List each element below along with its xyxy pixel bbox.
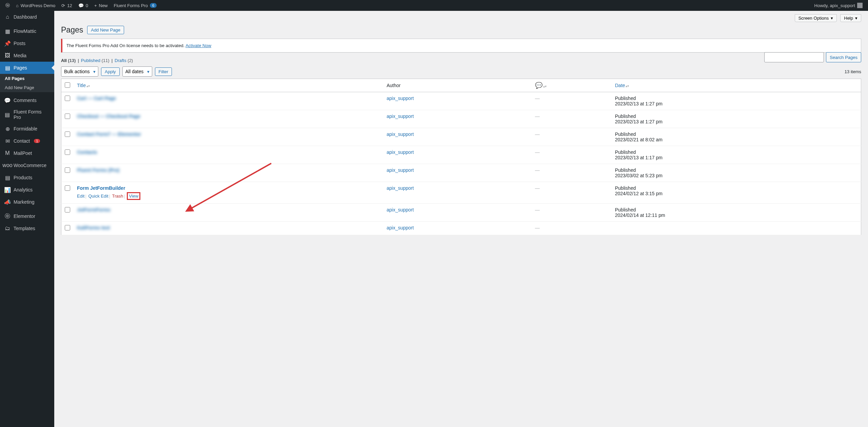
author-link[interactable]: apix_support [387, 207, 414, 212]
apply-button[interactable]: Apply [101, 67, 120, 76]
submenu-item-add-new-page[interactable]: Add New Page [0, 83, 54, 92]
license-notice: The Fluent Forms Pro Add On license need… [61, 39, 861, 53]
add-new-page-button[interactable]: Add New Page [87, 26, 124, 34]
date-value: 2024/02/14 at 12:11 pm [615, 212, 665, 218]
page-title-link[interactable]: Fluent Forms (Pro) [77, 167, 119, 173]
sidebar-item-elementor[interactable]: ⓔElementor [0, 210, 54, 222]
comments-value: — [535, 167, 540, 173]
filter-drafts[interactable]: Drafts (2) [115, 58, 133, 63]
page-title-link[interactable]: Contacts [77, 149, 97, 155]
search-input[interactable] [764, 52, 824, 62]
avatar [857, 3, 863, 8]
new-content-link[interactable]: +New [92, 0, 111, 11]
row-checkbox[interactable] [65, 225, 70, 230]
date-status: Published [615, 167, 857, 173]
row-checkbox[interactable] [65, 96, 70, 101]
author-link[interactable]: apix_support [387, 225, 414, 230]
menu-icon: ⓔ [4, 213, 11, 220]
sidebar-item-label: Formidable [14, 126, 37, 131]
sidebar-item-pages[interactable]: ▤Pages [0, 62, 54, 74]
author-link[interactable]: apix_support [387, 131, 414, 137]
author-link[interactable]: apix_support [387, 185, 414, 191]
row-checkbox[interactable] [65, 207, 70, 212]
comments-count: 0 [86, 3, 88, 8]
view-link[interactable]: View [129, 194, 138, 199]
sidebar-item-fluent-forms-pro[interactable]: ▤Fluent Forms Pro [0, 106, 54, 123]
quick-edit-link[interactable]: Quick Edit [88, 194, 108, 199]
filter-published[interactable]: Published (11) [81, 58, 110, 63]
row-checkbox[interactable] [65, 149, 70, 155]
fluent-forms-link[interactable]: Fluent Forms Pro6 [111, 0, 160, 11]
column-date[interactable]: Date▴▾ [612, 79, 861, 92]
table-row: KaliForms test apix_support — [61, 222, 861, 235]
pages-table: Title▴▾ Author 💬▴▾ Date▴▾ Cart — Cart Pa… [61, 79, 861, 235]
bulk-actions-select[interactable]: Bulk actions [61, 66, 98, 77]
screen-options-button[interactable]: Screen Options▾ [795, 14, 837, 22]
sidebar-item-comments[interactable]: 💬Comments [0, 94, 54, 106]
fluent-badge: 6 [150, 3, 157, 8]
comments-value: — [535, 185, 540, 191]
table-row: JotFormForms apix_support — Published202… [61, 204, 861, 222]
date-value: 2023/03/02 at 5:23 pm [615, 173, 663, 178]
wp-logo[interactable]: ⓦ [3, 0, 13, 11]
sidebar-item-label: WooCommerce [14, 163, 46, 168]
activate-now-link[interactable]: Activate Now [185, 43, 211, 48]
date-status: Published [615, 207, 857, 212]
date-value: 2023/02/13 at 1:27 pm [615, 101, 663, 106]
sidebar-item-woocommerce[interactable]: wooWooCommerce [0, 159, 54, 171]
trash-link[interactable]: Trash [112, 194, 123, 199]
page-title-link[interactable]: Checkout — Checkout Page [77, 114, 140, 119]
filter-button[interactable]: Filter [155, 67, 172, 76]
page-title-link[interactable]: Contact Form7 — Elementor [77, 131, 141, 137]
sidebar-item-label: Comments [14, 98, 37, 103]
site-name-link[interactable]: ⌂WordPress Demo [13, 0, 58, 11]
filter-all[interactable]: All (13) [61, 58, 76, 63]
menu-icon: ✉ [4, 138, 11, 144]
menu-icon: 📊 [4, 186, 11, 193]
sidebar-item-formidable[interactable]: ⊕Formidable [0, 123, 54, 135]
sidebar-item-media[interactable]: 🖾Media [0, 49, 54, 62]
sidebar-item-dashboard[interactable]: ⌂Dashboard [0, 11, 54, 23]
author-link[interactable]: apix_support [387, 96, 414, 101]
row-checkbox[interactable] [65, 114, 70, 119]
sidebar-item-contact[interactable]: ✉Contact1 [0, 135, 54, 147]
sidebar-item-analytics[interactable]: 📊Analytics [0, 184, 54, 196]
help-label: Help [844, 16, 853, 21]
sidebar-item-posts[interactable]: 📌Posts [0, 37, 54, 49]
sidebar-item-marketing[interactable]: 📣Marketing [0, 196, 54, 208]
select-all-checkbox[interactable] [65, 82, 70, 88]
comment-icon: 💬 [78, 3, 84, 8]
row-checkbox[interactable] [65, 185, 70, 191]
column-title[interactable]: Title▴▾ [74, 79, 383, 92]
my-account-link[interactable]: Howdy, apix_support [812, 0, 865, 11]
table-row: Checkout — Checkout Page apix_support — … [61, 110, 861, 128]
date-status: Published [615, 96, 857, 101]
chevron-down-icon: ▾ [855, 16, 857, 21]
menu-icon: 📌 [4, 40, 11, 47]
page-title-link[interactable]: Cart — Cart Page [77, 96, 116, 101]
help-button[interactable]: Help▾ [840, 14, 861, 22]
sidebar-item-flowmattic[interactable]: ▦FlowMattic [0, 25, 54, 37]
author-link[interactable]: apix_support [387, 149, 414, 155]
submenu-item-all-pages[interactable]: All Pages [0, 74, 54, 83]
menu-icon: ▤ [4, 111, 11, 118]
updates-link[interactable]: ⟳12 [59, 0, 75, 11]
column-author: Author [383, 79, 532, 92]
sidebar-item-products[interactable]: ▤Products [0, 171, 54, 184]
column-comments[interactable]: 💬▴▾ [532, 79, 612, 92]
row-checkbox[interactable] [65, 131, 70, 137]
sidebar-item-mailpoet[interactable]: MMailPoet [0, 147, 54, 159]
edit-link[interactable]: Edit [77, 194, 84, 199]
page-title-link[interactable]: JotFormForms [77, 207, 111, 212]
page-title-link[interactable]: KaliForms test [77, 225, 110, 230]
author-link[interactable]: apix_support [387, 167, 414, 173]
comments-link[interactable]: 💬0 [76, 0, 91, 11]
row-checkbox[interactable] [65, 167, 70, 173]
author-link[interactable]: apix_support [387, 114, 414, 119]
table-row: Contact Form7 — Elementor apix_support —… [61, 128, 861, 146]
updates-count: 12 [67, 3, 72, 8]
page-title-link[interactable]: Form JetFormBuilder [77, 185, 125, 191]
sidebar-item-templates[interactable]: 🗂Templates [0, 222, 54, 235]
search-pages-button[interactable]: Search Pages [826, 52, 861, 62]
dates-filter-select[interactable]: All dates [122, 66, 152, 77]
